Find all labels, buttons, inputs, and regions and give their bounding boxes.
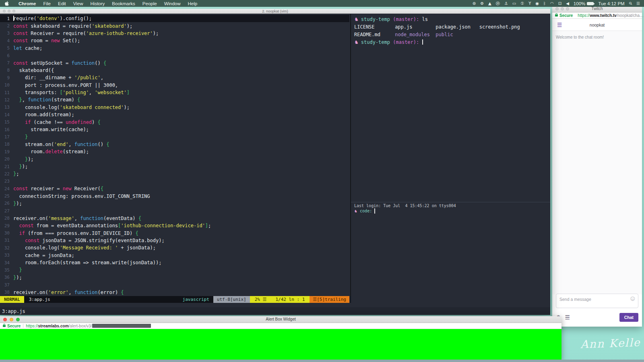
app-menus: ChromeFileEditViewHistoryBookmarksPeople… bbox=[15, 1, 201, 6]
code-token: function bbox=[74, 142, 98, 147]
close-button[interactable] bbox=[3, 10, 6, 12]
vim-editor-pane[interactable]: 1require('dotenv').config();2const skate… bbox=[0, 14, 349, 303]
shell-prompt[interactable]: ♞code: bbox=[354, 208, 549, 214]
code-line[interactable]: 34 room.forEach(stream => stream.write(j… bbox=[0, 259, 349, 266]
code-line[interactable]: 19 room.delete(stream); bbox=[0, 148, 349, 155]
code-line[interactable]: 20 }); bbox=[0, 155, 349, 162]
chat-send-button[interactable]: Chat bbox=[619, 313, 638, 322]
menu-clock[interactable]: Tue 4:12 PM bbox=[598, 1, 624, 6]
vim-line-col: 1/42 ln : 1 bbox=[275, 297, 305, 302]
chat-message-list[interactable]: Welcome to the chat room! bbox=[552, 31, 642, 294]
code-token: code: bbox=[360, 209, 374, 213]
minimize-button[interactable] bbox=[561, 7, 564, 10]
menu-edit[interactable]: Edit bbox=[54, 1, 70, 6]
shell-bottom-pane[interactable]: Last login: Tue Jul 4 15:45:22 on ttys00… bbox=[354, 203, 549, 214]
code-line[interactable]: 27 bbox=[0, 207, 349, 214]
notification-center-icon[interactable]: ☰ bbox=[636, 0, 640, 7]
menu-people[interactable]: People bbox=[139, 1, 161, 6]
code-line[interactable]: 36}); bbox=[0, 274, 349, 281]
battery-indicator[interactable]: 100% bbox=[574, 1, 594, 6]
alertbox-url-bar[interactable]: Secure https://streamlabs.com/alert-box/… bbox=[0, 323, 561, 329]
code-line[interactable]: 28receiver.on('message', function(eventD… bbox=[0, 215, 349, 222]
window-controls bbox=[3, 318, 20, 321]
code-line[interactable]: 3const Receiver = require('azure-iothub-… bbox=[0, 30, 349, 37]
eye-icon[interactable]: ◉ bbox=[535, 0, 539, 7]
pane-divider[interactable] bbox=[351, 202, 550, 202]
code-line[interactable]: 38receiver.on('error', function(error) { bbox=[0, 288, 349, 296]
code-line[interactable]: 15 if (cache !== undefined) { bbox=[0, 118, 349, 125]
twitch-url-bar[interactable]: Secure https://www.twitch.tv/noopkat/cha… bbox=[552, 12, 642, 19]
code-token: ); bbox=[16, 201, 22, 206]
code-line[interactable]: 33 cache = jsonData; bbox=[0, 252, 349, 259]
code-token: , bbox=[74, 216, 80, 221]
code-line[interactable]: 26}); bbox=[0, 200, 349, 207]
code-line[interactable]: 24const receiver = new Receiver({ bbox=[0, 185, 349, 192]
spotlight-search-icon[interactable]: ⚲ bbox=[627, 0, 634, 7]
minimize-button[interactable] bbox=[10, 318, 13, 321]
code-line[interactable]: 21 }); bbox=[0, 163, 349, 170]
code-line[interactable]: 17 } bbox=[0, 133, 349, 140]
apple-icon[interactable] bbox=[5, 1, 9, 6]
emote-picker-icon[interactable]: ☺ bbox=[630, 296, 635, 302]
code-line[interactable]: 23 bbox=[0, 178, 349, 185]
close-button[interactable] bbox=[3, 318, 7, 321]
code-line[interactable]: 22}; bbox=[0, 170, 349, 177]
circle-icon[interactable]: ⊜ bbox=[473, 0, 476, 7]
y-icon[interactable]: Y bbox=[528, 0, 531, 7]
code-line[interactable]: 2const skateboard = require('skateboard'… bbox=[0, 22, 349, 29]
menu-bookmarks[interactable]: Bookmarks bbox=[108, 1, 139, 6]
code-token: 'azure-iothub-receiver' bbox=[86, 31, 153, 36]
zoom-button[interactable] bbox=[566, 7, 569, 10]
code-line[interactable]: 18 stream.on('end', function() { bbox=[0, 141, 349, 148]
shell-pane[interactable]: ♞study-temp (master): lsLICENSE app.js p… bbox=[350, 14, 550, 303]
code-line[interactable]: 6 bbox=[0, 52, 349, 59]
code-line[interactable]: 1require('dotenv').config(); bbox=[0, 15, 349, 22]
code-line[interactable]: 9 dir: __dirname + '/public', bbox=[0, 74, 349, 81]
code-line[interactable]: 12 }, function(stream) { bbox=[0, 96, 349, 103]
code-line[interactable]: 37 bbox=[0, 281, 349, 288]
menu-chrome[interactable]: Chrome bbox=[15, 1, 39, 6]
code-line[interactable]: 7const setUpSocket = function() { bbox=[0, 59, 349, 66]
volume-icon[interactable]: ◀ bbox=[566, 0, 569, 7]
docker-icon[interactable]: ⚓ bbox=[504, 0, 508, 7]
menu-window[interactable]: Window bbox=[161, 1, 184, 6]
code-line[interactable]: 30 if (from === process.env.IOT_DEVICE_I… bbox=[0, 229, 349, 237]
code-line[interactable]: 35 } bbox=[0, 266, 349, 274]
chat-input[interactable]: Send a message ☺ bbox=[556, 294, 638, 308]
menu-file[interactable]: File bbox=[39, 1, 54, 6]
h-badge-icon[interactable]: Ⓗ bbox=[496, 0, 500, 7]
chat-toolbar: ⚙ ☰ Chat bbox=[552, 312, 642, 323]
minimize-button[interactable] bbox=[8, 10, 10, 12]
line-number: 33 bbox=[0, 253, 10, 258]
code-token: room.forEach(stream => stream.write(json… bbox=[13, 260, 161, 265]
code-line[interactable]: 16 stream.write(cache); bbox=[0, 126, 349, 133]
menu-view[interactable]: View bbox=[70, 1, 87, 6]
code-line[interactable]: 8 skateboard({ bbox=[0, 67, 349, 74]
code-line[interactable]: 25 connectionString: process.env.IOT_CON… bbox=[0, 192, 349, 200]
window-icon[interactable]: ▭ bbox=[512, 0, 516, 7]
menu-history[interactable]: History bbox=[87, 1, 109, 6]
code-line[interactable]: 4const room = new Set(); bbox=[0, 37, 349, 44]
code-line[interactable]: 10 port : process.env.PORT || 3000, bbox=[0, 82, 349, 89]
line-number: 37 bbox=[0, 282, 10, 288]
close-button[interactable] bbox=[555, 7, 559, 10]
gear-icon[interactable]: ⚙ bbox=[480, 0, 484, 7]
zoom-button[interactable] bbox=[16, 318, 20, 321]
menu-help[interactable]: Help bbox=[184, 1, 201, 6]
code-line[interactable]: 13 console.log('skateboard connected'); bbox=[0, 104, 349, 111]
viewer-list-icon[interactable]: ☰ bbox=[565, 314, 570, 321]
clock-icon[interactable]: ① bbox=[520, 0, 524, 7]
triangle-icon[interactable]: ▲ bbox=[488, 0, 491, 7]
alertbox-titlebar[interactable]: Alert Box Widget bbox=[0, 316, 561, 323]
code-line[interactable]: 29 const from = eventData.annotations['i… bbox=[0, 222, 349, 229]
zoom-button[interactable] bbox=[12, 10, 15, 12]
airplay-icon[interactable]: ⊡ bbox=[558, 0, 561, 7]
code-line[interactable]: 32 console.log('Message Received: ' + js… bbox=[0, 244, 349, 251]
code-line[interactable]: 11 transports: ['polling', 'websocket'] bbox=[0, 89, 349, 96]
code-line[interactable]: 31 const jsonData = JSON.stringify(event… bbox=[0, 237, 349, 244]
code-line[interactable]: 14 room.add(stream); bbox=[0, 111, 349, 118]
wifi-icon[interactable]: ◠ bbox=[550, 0, 554, 7]
terminal-titlebar[interactable]: 2. noopkat (vim) bbox=[0, 9, 550, 14]
bluetooth-icon[interactable]: ᛒ bbox=[543, 0, 546, 7]
code-line[interactable]: 5let cache; bbox=[0, 45, 349, 52]
